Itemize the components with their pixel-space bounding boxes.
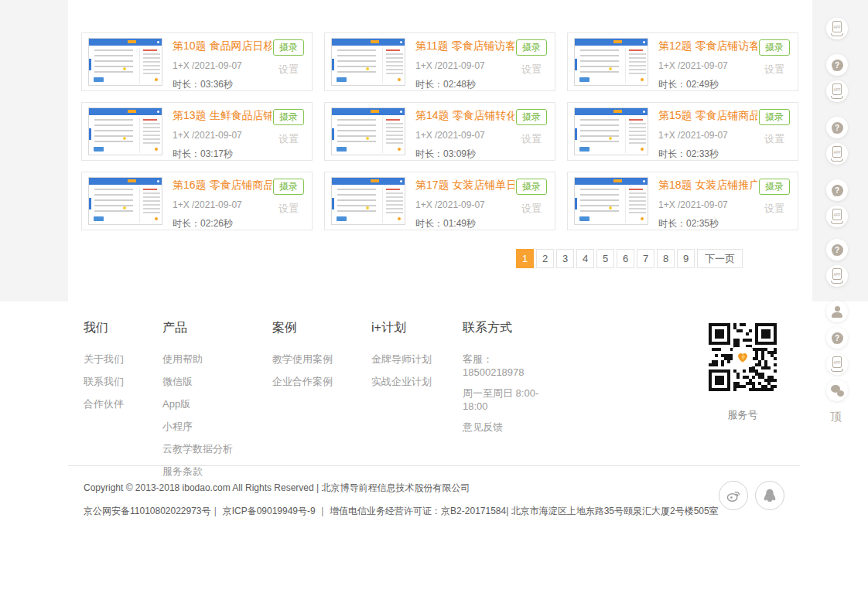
question-card[interactable]: 第15题 零食店铺商品... 1+X /2021-09-07 时长：02:33秒… [567, 102, 798, 161]
footer-link[interactable]: 实战企业计划 [371, 375, 463, 389]
settings-button[interactable]: 设置 [279, 132, 299, 146]
question-thumbnail[interactable] [331, 38, 405, 86]
question-thumbnail[interactable] [331, 107, 405, 155]
footer-link[interactable]: 使用帮助 [162, 352, 272, 366]
question-title[interactable]: 第12题 零食店铺访客... [658, 39, 757, 53]
help-icon[interactable]: ? [826, 179, 848, 201]
question-card[interactable]: 第10题 食品网店日核... 1+X /2021-09-07 时长：03:36秒… [81, 32, 313, 91]
next-page-button[interactable]: 下一页 [697, 249, 743, 268]
footer-link[interactable]: 关于我们 [84, 352, 162, 366]
phone-arc [831, 369, 843, 372]
question-card[interactable]: 第13题 生鲜食品店铺... 1+X /2021-09-07 时长：03:17秒… [81, 102, 313, 161]
footer-column: 案例教学使用案例企业合作案例 [272, 320, 371, 487]
question-title[interactable]: 第15题 零食店铺商品... [658, 109, 757, 123]
thumbnail-right-lines [386, 123, 403, 146]
question-title[interactable]: 第18题 女装店铺推广... [658, 179, 757, 192]
help-icon[interactable]: ? [826, 54, 848, 76]
page-button-3[interactable]: 3 [556, 249, 574, 268]
app-download-icon[interactable]: APP [826, 80, 848, 102]
settings-button[interactable]: 设置 [279, 202, 299, 216]
question-thumbnail[interactable] [574, 107, 648, 155]
thumbnail-red-line [143, 49, 157, 51]
settings-button[interactable]: 设置 [764, 63, 784, 77]
footer-link[interactable]: 云教学数据分析 [162, 442, 272, 456]
question-thumbnail[interactable] [88, 107, 162, 155]
question-title[interactable]: 第17题 女装店铺单日... [415, 179, 514, 192]
help-icon[interactable]: ? [826, 117, 848, 138]
user-service-icon[interactable] [826, 301, 848, 322]
footer-column-title: 联系方式 [463, 320, 542, 336]
record-button[interactable]: 摄录 [273, 39, 304, 56]
question-title[interactable]: 第11题 零食店铺访客... [415, 39, 514, 53]
question-thumbnail[interactable] [331, 177, 405, 225]
record-button[interactable]: 摄录 [516, 179, 547, 195]
question-card[interactable]: 第11题 零食店铺访客... 1+X /2021-09-07 时长：02:48秒… [324, 32, 555, 91]
app-download-icon[interactable]: APP [826, 206, 848, 227]
footer-link[interactable]: 合作伙伴 [84, 397, 162, 411]
back-to-top-button[interactable]: 顶 [830, 410, 842, 424]
record-button[interactable]: 摄录 [759, 39, 790, 56]
page-button-4[interactable]: 4 [576, 249, 594, 268]
question-card[interactable]: 第17题 女装店铺单日... 1+X /2021-09-07 时长：01:49秒… [324, 172, 555, 230]
question-thumbnail[interactable] [574, 38, 648, 86]
page-button-6[interactable]: 6 [617, 249, 634, 268]
footer-link[interactable]: 教学使用案例 [272, 352, 371, 366]
record-button[interactable]: 摄录 [516, 39, 547, 56]
settings-button[interactable]: 设置 [521, 132, 542, 146]
thumbnail-yellow-dot [123, 137, 126, 140]
question-thumbnail[interactable] [574, 177, 648, 225]
footer-link[interactable]: 小程序 [162, 420, 272, 434]
thumbnail-right-lines [386, 53, 403, 77]
wechat-icon[interactable] [826, 380, 848, 401]
record-button[interactable]: 摄录 [273, 109, 304, 125]
page-button-7[interactable]: 7 [637, 249, 654, 268]
footer-link[interactable]: 联系我们 [84, 375, 162, 389]
question-card[interactable]: 第14题 零食店铺转化... 1+X /2021-09-07 时长：03:09秒… [324, 102, 555, 161]
page-button-1[interactable]: 1 [516, 249, 534, 268]
app-download-icon[interactable]: APP [826, 143, 848, 165]
question-thumbnail[interactable] [88, 38, 162, 86]
page-button-5[interactable]: 5 [596, 249, 614, 268]
thumbnail-yellow-dot [609, 206, 612, 209]
content-section: 第10题 食品网店日核... 1+X /2021-09-07 时长：03:36秒… [0, 0, 868, 301]
footer-link[interactable]: 服务条款 [162, 465, 272, 478]
app-download-icon[interactable]: APP [826, 18, 848, 39]
footer-link[interactable]: App版 [162, 397, 272, 411]
footer-link[interactable]: 意见反馈 [463, 421, 542, 434]
footer-column: 产品使用帮助微信版App版小程序云教学数据分析服务条款 [162, 320, 272, 487]
question-title[interactable]: 第13题 生鲜食品店铺... [173, 109, 272, 123]
app-download-icon[interactable]: APP [826, 353, 848, 375]
page-button-8[interactable]: 8 [657, 249, 675, 268]
record-button[interactable]: 摄录 [759, 109, 790, 125]
record-button[interactable]: 摄录 [273, 179, 304, 195]
thumbnail-orange-chip [128, 179, 136, 182]
question-title[interactable]: 第10题 食品网店日核... [173, 39, 272, 53]
copyright-line1: Copyright © 2013-2018 ibodao.com All Rig… [84, 482, 719, 495]
question-title[interactable]: 第14题 零食店铺转化... [415, 109, 514, 123]
footer-link[interactable]: 金牌导师计划 [371, 352, 463, 366]
weibo-icon[interactable] [719, 481, 748, 510]
settings-button[interactable]: 设置 [521, 202, 542, 216]
thumbnail-titlebar [332, 108, 405, 115]
page-button-2[interactable]: 2 [536, 249, 554, 268]
settings-button[interactable]: 设置 [764, 132, 784, 146]
record-button[interactable]: 摄录 [516, 109, 547, 125]
question-thumbnail[interactable] [88, 177, 162, 225]
settings-button[interactable]: 设置 [521, 63, 542, 77]
qq-icon[interactable] [755, 481, 784, 510]
footer-link[interactable]: 企业合作案例 [272, 375, 371, 389]
app-download-icon[interactable]: APP [826, 265, 848, 287]
help-icon[interactable]: ? [826, 239, 848, 261]
thumbnail-close-dot [643, 41, 645, 43]
question-duration: 时长：02:35秒 [658, 217, 757, 230]
question-card[interactable]: 第18题 女装店铺推广... 1+X /2021-09-07 时长：02:35秒… [567, 172, 798, 230]
question-title[interactable]: 第16题 零食店铺商品... [173, 179, 272, 192]
settings-button[interactable]: 设置 [279, 63, 299, 77]
record-button[interactable]: 摄录 [759, 179, 790, 195]
question-card[interactable]: 第16题 零食店铺商品... 1+X /2021-09-07 时长：02:26秒… [81, 172, 313, 230]
help-icon[interactable]: ? [826, 327, 848, 349]
settings-button[interactable]: 设置 [764, 202, 784, 216]
footer-link[interactable]: 微信版 [162, 375, 272, 389]
page-button-9[interactable]: 9 [677, 249, 695, 268]
question-card[interactable]: 第12题 零食店铺访客... 1+X /2021-09-07 时长：02:49秒… [567, 32, 798, 91]
